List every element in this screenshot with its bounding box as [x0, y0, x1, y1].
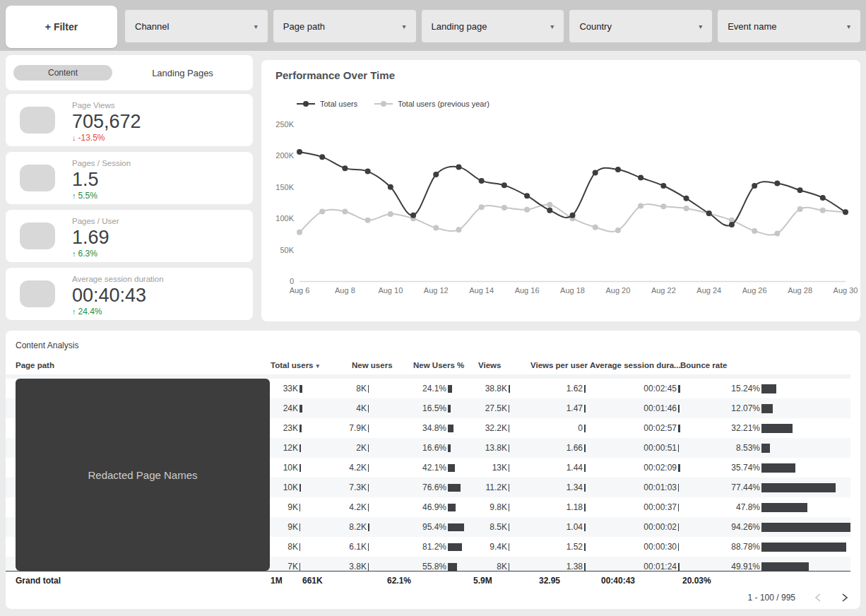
kpi-label: Average session duration [72, 274, 164, 285]
cell-new-users: 4K [302, 398, 369, 418]
grand-total-label: Grand total [6, 576, 265, 586]
column-header-new-users[interactable]: New users [302, 361, 369, 369]
filter-chip-event-name[interactable]: Event name▾ [718, 10, 860, 42]
column-header-new-users[interactable]: New Users % [369, 361, 465, 369]
data-point-total-users [433, 172, 439, 177]
add-filter-button[interactable]: + Filter [6, 6, 117, 48]
data-bar [299, 464, 301, 472]
cell-avg-session: 00:02:45 [588, 379, 680, 398]
data-point-total-users-previous-year [524, 207, 530, 213]
data-bar [509, 523, 509, 531]
cell-bar-zone [760, 557, 850, 571]
data-point-total-users-previous-year [638, 203, 643, 208]
cell-value: 12K [283, 443, 298, 453]
data-bar [584, 543, 586, 551]
cell-value: 00:02:45 [643, 384, 677, 393]
cell-value: 8K [497, 562, 507, 571]
kpi-value: 705,672 [72, 111, 141, 132]
filter-chip-label: Event name [728, 21, 776, 32]
cell-value: 8K [287, 542, 298, 552]
data-bar [761, 404, 773, 413]
cell-total-users: 12K [265, 438, 302, 458]
kpi-value: 1.69 [72, 227, 119, 248]
data-bar [509, 444, 509, 452]
x-tick-label: Aug 6 [290, 286, 310, 295]
filter-chip-landing-page[interactable]: Landing page▾ [422, 10, 564, 42]
cell-bounce-rate: 32.21% [680, 418, 850, 438]
cell-bar-zone [583, 557, 588, 571]
cell-bar-zone [760, 478, 850, 497]
cell-value: 13.8K [485, 443, 507, 453]
data-point-total-users [570, 213, 576, 218]
kpi-delta-value: -13.5% [78, 133, 105, 143]
filter-chip-page-path[interactable]: Page path▾ [273, 10, 416, 42]
data-bar [678, 484, 679, 492]
column-header-average-session-dura[interactable]: Average session dura... [588, 361, 680, 369]
cell-value: 15.24% [731, 384, 760, 393]
column-header-bounce-rate[interactable]: Bounce rate [680, 361, 850, 369]
data-bar [509, 464, 509, 472]
tab-content[interactable]: Content [13, 65, 112, 81]
cell-new-users: 8K [302, 379, 369, 398]
kpi-label: Page Views [72, 100, 141, 111]
metric-icon-placeholder [20, 280, 55, 307]
data-point-total-users-previous-year [456, 227, 461, 232]
data-point-total-users-previous-year [319, 208, 325, 214]
data-point-total-users [319, 154, 325, 160]
data-point-total-users [297, 149, 302, 155]
cell-views-per-user: 1.47 [511, 398, 588, 418]
chevron-down-icon: ▾ [550, 23, 554, 30]
cell-bar-zone [760, 537, 850, 557]
cell-total-users: 23K [265, 418, 302, 438]
cell-bar-zone [583, 478, 588, 497]
data-bar [761, 384, 776, 393]
next-page-button[interactable] [841, 593, 849, 603]
cell-value: 27.5K [485, 403, 507, 413]
kpi-label: Pages / User [72, 216, 119, 227]
kpi-value: 00:40:43 [72, 285, 164, 306]
sidebar: Content Landing Pages Page Views705,672↓… [6, 55, 253, 326]
cell-value: 0 [578, 423, 583, 433]
data-bar [584, 464, 586, 472]
data-point-total-users-previous-year [479, 204, 485, 210]
cell-value: 16.5% [422, 403, 446, 413]
filter-chip-channel[interactable]: Channel▾ [125, 10, 268, 42]
cell-total-users: 9K [265, 497, 302, 517]
filter-chip-label: Country [579, 21, 612, 32]
table-section-label: Content Analysis [16, 340, 78, 350]
data-bar [584, 504, 586, 511]
filter-chip-country[interactable]: Country▾ [569, 10, 712, 42]
cell-value: 7.9K [349, 423, 367, 433]
arrow-up-icon: ↑ [72, 249, 76, 259]
cell-new-users-pct: 46.9% [369, 497, 465, 517]
prev-page-button[interactable] [814, 593, 822, 603]
data-bar [448, 523, 464, 531]
cell-bar-zone [583, 497, 588, 517]
cell-avg-session: 00:01:46 [588, 398, 680, 418]
cell-bar-zone [446, 557, 465, 571]
data-bar [584, 425, 586, 432]
redacted-label: Redacted Page Names [88, 469, 197, 481]
tab-landing-pages[interactable]: Landing Pages [112, 68, 253, 78]
cell-value: 1.38 [567, 562, 583, 571]
column-header-views-per-user[interactable]: Views per user [511, 361, 588, 369]
data-bar [448, 464, 455, 472]
performance-chart-card: Performance Over Time Total usersTotal u… [261, 60, 860, 321]
cell-total-users: 10K [265, 478, 302, 497]
content-analysis-card: Content Analysis Page pathTotal users▾Ne… [6, 331, 860, 609]
cell-views-per-user: 1.38 [511, 557, 588, 571]
table-header-row: Page pathTotal users▾New usersNew Users … [6, 356, 850, 374]
column-header-views[interactable]: Views [465, 361, 511, 369]
cell-value: 00:00:02 [643, 522, 677, 532]
data-bar [584, 385, 586, 393]
column-header-total-users[interactable]: Total users▾ [265, 361, 302, 369]
cell-views-per-user: 1.04 [511, 517, 588, 537]
kpi-label: Pages / Session [72, 158, 131, 169]
data-bar [448, 385, 452, 393]
cell-value: 7.3K [349, 482, 367, 492]
x-tick-label: Aug 24 [696, 286, 721, 295]
data-bar [299, 543, 300, 551]
cell-avg-session: 00:00:37 [588, 497, 680, 517]
cell-bar-zone [760, 458, 850, 478]
cell-bar-zone [760, 379, 850, 398]
